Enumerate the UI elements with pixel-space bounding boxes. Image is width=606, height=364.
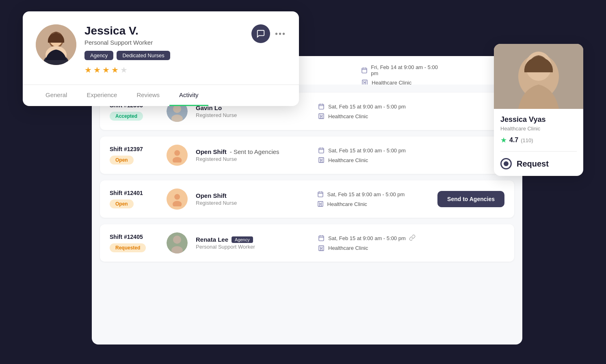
shift-12401-worker: Open Shift Registered Nurse <box>196 192 309 206</box>
shift-12393-role: Registered Nurse <box>196 112 309 118</box>
shift-12397-worker: Open Shift - Sent to Agencies Registered… <box>196 148 309 162</box>
shift-12401-name: Open Shift <box>196 192 309 199</box>
shift-12397-date: Sat, Feb 15 at 9:00 am - 5:00 pm <box>318 147 431 154</box>
building-icon-3 <box>317 200 324 208</box>
side-rating-count: (110) <box>521 137 533 143</box>
shift-12405-role: Personal Support Worker <box>196 244 309 250</box>
tabs-container: General Experience Reviews Activity <box>23 85 299 106</box>
shift-12393-location: Healthcare Clinic <box>318 113 431 120</box>
shift-12397-status: Open <box>110 156 134 165</box>
shift-12405-date: Sat, Feb 15 at 9:00 am - 5:00 pm <box>318 234 431 242</box>
tab-general[interactable]: General <box>36 85 77 106</box>
shift-12393-worker: Gavin Lo Registered Nurse <box>196 104 309 118</box>
side-profile-info: Jessica Vyas Healthcare Clinic ★ 4.7 (11… <box>494 109 583 176</box>
side-divider <box>500 151 577 152</box>
shift-12405-details: Sat, Feb 15 at 9:00 am - 5:00 pm Healthc… <box>318 234 431 252</box>
side-rating: ★ 4.7 (110) <box>500 136 577 145</box>
shift-12405-avatar <box>167 232 188 254</box>
send-to-agencies-button[interactable]: Send to Agencies <box>437 191 504 207</box>
badges-container: Agency Dedicated Nurses <box>84 51 243 60</box>
more-dots-icon: ••• <box>275 29 286 38</box>
shift-12397-info: Shift #12397 Open <box>110 146 158 165</box>
shift-12405-worker: Renata Lee Agency Personal Support Worke… <box>196 236 309 250</box>
building-icon-4 <box>318 245 325 252</box>
svg-point-33 <box>174 194 180 199</box>
svg-rect-51 <box>322 247 322 247</box>
star-4: ★ <box>111 65 119 75</box>
svg-rect-21 <box>322 115 322 116</box>
star-1: ★ <box>84 65 92 75</box>
shift-12397-details: Sat, Feb 15 at 9:00 am - 5:00 pm Healthc… <box>318 147 431 164</box>
request-radio-inner <box>504 161 509 166</box>
shift-12397-suffix: - Sent to Agencies <box>230 148 279 155</box>
shift-12397-avatar <box>167 145 188 166</box>
calendar-icon <box>361 67 368 74</box>
tab-experience[interactable]: Experience <box>77 85 127 106</box>
svg-rect-31 <box>322 159 322 160</box>
shift-12393-details: Sat, Feb 15 at 9:00 am - 5:00 pm Healthc… <box>318 103 431 120</box>
calendar-icon-2 <box>318 147 325 154</box>
tab-reviews[interactable]: Reviews <box>127 85 169 106</box>
svg-point-13 <box>173 105 181 113</box>
shift-card-12405: Shift #12405 Requested Renata Lee Agency… <box>100 224 514 262</box>
svg-rect-25 <box>319 148 324 153</box>
svg-point-23 <box>174 150 180 156</box>
badge-agency-tag: Agency <box>232 236 253 243</box>
star-5: ★ <box>120 65 128 75</box>
link-icon <box>409 234 416 242</box>
svg-rect-10 <box>364 81 364 82</box>
svg-rect-50 <box>320 247 321 247</box>
calendar-icon-1 <box>318 103 325 110</box>
svg-rect-11 <box>365 81 366 82</box>
side-rating-number: 4.7 <box>509 136 518 144</box>
svg-rect-40 <box>319 203 320 204</box>
shift-12405-number: Shift #12405 <box>110 234 158 240</box>
star-3: ★ <box>102 65 110 75</box>
shift-12397-number: Shift #12397 <box>110 146 158 152</box>
profile-actions: ••• <box>251 24 286 43</box>
shift-12401-status: Open <box>110 199 134 208</box>
profile-info: Jessica V. Personal Support Worker Agenc… <box>84 24 243 75</box>
more-options-button[interactable]: ••• <box>275 29 286 39</box>
profile-name: Jessica V. <box>84 24 243 37</box>
side-profile-card: Jessica Vyas Healthcare Clinic ★ 4.7 (11… <box>494 44 583 176</box>
shift-card-12401: Shift #12401 Open Open Shift Registered … <box>100 180 514 218</box>
svg-rect-15 <box>319 104 324 109</box>
side-star-icon: ★ <box>500 136 507 145</box>
shifts-area: Shift #12393 Accepted Gavin Lo Registere… <box>92 84 522 344</box>
shift-12393-date: Sat, Feb 15 at 9:00 am - 5:00 pm <box>318 103 431 110</box>
calendar-icon-3 <box>317 191 324 198</box>
top-shift-details: Fri, Feb 14 at 9:00 am - 5:00 pm Healthc… <box>361 64 439 86</box>
building-icon-1 <box>318 113 325 120</box>
shift-12401-info: Shift #12401 Open <box>110 190 158 208</box>
shift-card-12397: Shift #12397 Open Open Shift - Sent to A… <box>100 136 514 174</box>
request-label: Request <box>517 159 549 169</box>
shift-12401-avatar <box>167 188 188 210</box>
shift-12397-location: Healthcare Clinic <box>318 156 431 164</box>
top-shift-date: Fri, Feb 14 at 9:00 am - 5:00 pm <box>371 64 439 76</box>
profile-card: Jessica V. Personal Support Worker Agenc… <box>23 11 299 106</box>
svg-point-43 <box>173 236 181 244</box>
svg-rect-45 <box>319 236 324 241</box>
top-shift-date-row: Fri, Feb 14 at 9:00 am - 5:00 pm <box>361 64 439 76</box>
badge-agency: Agency <box>84 51 113 60</box>
badge-dedicated-nurses: Dedicated Nurses <box>117 51 170 60</box>
tab-activity[interactable]: Activity <box>169 85 208 106</box>
star-2: ★ <box>93 65 101 75</box>
svg-rect-20 <box>320 115 321 116</box>
shift-12397-role: Registered Nurse <box>196 156 309 162</box>
svg-rect-41 <box>321 203 322 204</box>
avatar <box>36 24 76 65</box>
shift-12405-status: Requested <box>110 243 146 252</box>
side-profile-name: Jessica Vyas <box>500 115 577 124</box>
request-radio[interactable] <box>500 158 512 169</box>
side-profile-image <box>494 44 583 109</box>
building-icon-2 <box>318 156 325 164</box>
shift-12401-date: Sat, Feb 15 at 9:00 am - 5:00 pm <box>317 191 430 198</box>
request-row: Request <box>500 158 577 169</box>
chat-button[interactable] <box>251 24 270 43</box>
svg-rect-30 <box>320 159 321 160</box>
calendar-icon-4 <box>318 234 325 242</box>
profile-header: Jessica V. Personal Support Worker Agenc… <box>23 11 299 75</box>
side-profile-org: Healthcare Clinic <box>500 126 577 132</box>
